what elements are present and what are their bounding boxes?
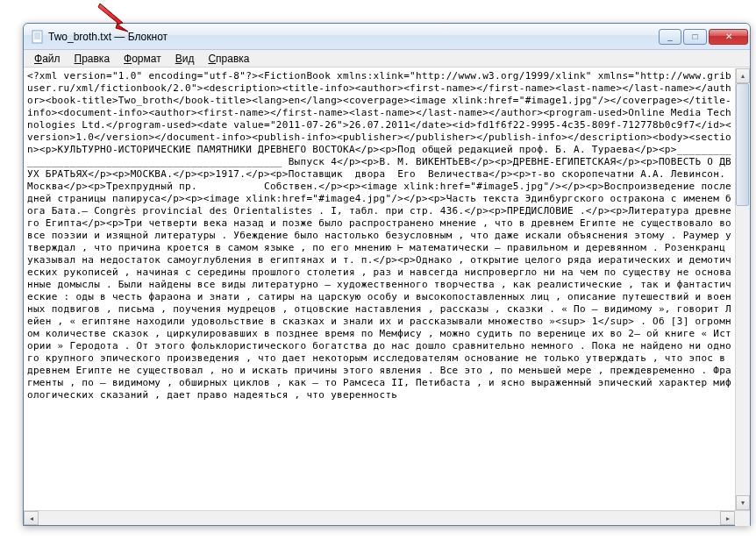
notepad-icon — [31, 30, 45, 44]
close-button[interactable]: ✕ — [709, 29, 748, 45]
menu-file[interactable]: Файл — [27, 51, 68, 67]
menu-help[interactable]: Справка — [201, 51, 256, 67]
annotation-arrow — [96, 2, 132, 33]
maximize-button[interactable]: □ — [683, 29, 707, 45]
vertical-scrollbar: ▴ ▾ — [735, 68, 750, 510]
menu-format[interactable]: Формат — [117, 51, 168, 67]
scroll-left-button[interactable]: ◂ — [24, 511, 39, 525]
scroll-track-vertical[interactable] — [736, 83, 750, 495]
window-controls: _ □ ✕ — [657, 29, 748, 45]
scroll-right-button[interactable]: ▸ — [720, 511, 735, 525]
scroll-track-horizontal[interactable] — [39, 511, 720, 525]
titlebar[interactable]: Two_broth.txt — Блокнот _ □ ✕ — [24, 24, 750, 50]
scroll-up-button[interactable]: ▴ — [736, 68, 750, 83]
scroll-thumb-vertical[interactable] — [736, 83, 749, 206]
menubar: Файл Правка Формат Вид Справка — [24, 50, 750, 67]
resize-grip[interactable] — [735, 511, 750, 526]
content-area: <?xml version="1.0" encoding="utf-8"?><F… — [24, 67, 750, 510]
menu-edit[interactable]: Правка — [68, 51, 118, 67]
minimize-button[interactable]: _ — [659, 29, 681, 45]
notepad-window: Two_broth.txt — Блокнот _ □ ✕ Файл Правк… — [23, 23, 751, 526]
window-title: Two_broth.txt — Блокнот — [48, 31, 657, 43]
horizontal-scrollbar: ◂ ▸ — [24, 510, 750, 525]
scroll-down-button[interactable]: ▾ — [736, 495, 750, 510]
menu-view[interactable]: Вид — [168, 51, 202, 67]
text-editor[interactable]: <?xml version="1.0" encoding="utf-8"?><F… — [24, 68, 735, 510]
